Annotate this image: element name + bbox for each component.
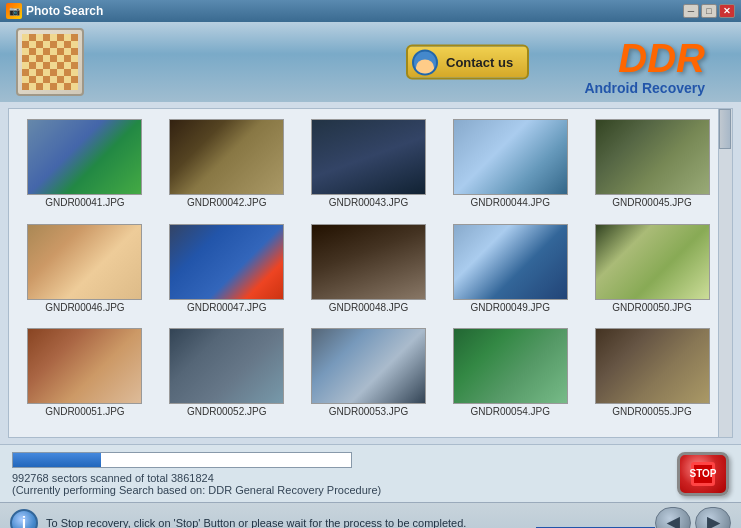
photo-label: GNDR00051.JPG — [45, 406, 124, 417]
photo-thumbnail — [169, 224, 284, 300]
footer: i To Stop recovery, click on 'Stop' Butt… — [0, 502, 741, 528]
title-bar-left: 📷 Photo Search — [6, 3, 103, 19]
brand-block: DDR Android Recovery — [584, 38, 705, 96]
photo-thumbnail — [27, 328, 142, 404]
photo-thumbnail — [595, 328, 710, 404]
close-button[interactable]: ✕ — [719, 4, 735, 18]
photo-thumbnail — [453, 119, 568, 195]
scrollbar-track[interactable] — [718, 109, 732, 437]
photo-label: GNDR00043.JPG — [329, 197, 408, 208]
progress-info: 992768 sectors scanned of total 3861824 … — [12, 452, 667, 496]
info-icon: i — [10, 509, 38, 529]
photo-label: GNDR00046.JPG — [45, 302, 124, 313]
stop-label: STOP — [689, 468, 716, 479]
contact-wrapper: Contact us — [406, 45, 529, 80]
photo-thumbnail — [311, 328, 426, 404]
title-bar: 📷 Photo Search ─ □ ✕ — [0, 0, 741, 22]
photo-thumbnail — [453, 328, 568, 404]
stop-icon: STOP — [691, 462, 715, 486]
maximize-button[interactable]: □ — [701, 4, 717, 18]
app-logo — [16, 28, 84, 96]
photo-item[interactable]: GNDR00047.JPG — [159, 224, 295, 323]
photo-item[interactable]: GNDR00052.JPG — [159, 328, 295, 427]
photo-thumbnail — [27, 119, 142, 195]
window-controls: ─ □ ✕ — [683, 4, 735, 18]
photo-label: GNDR00050.JPG — [612, 302, 691, 313]
logo-checkerboard-icon — [22, 34, 78, 90]
photo-item[interactable]: GNDR00050.JPG — [584, 224, 720, 323]
header-inner: Contact us DDR Android Recovery — [16, 28, 725, 96]
photo-item[interactable]: GNDR00043.JPG — [301, 119, 437, 218]
photo-thumbnail — [311, 119, 426, 195]
contact-person-icon — [412, 49, 438, 75]
photo-item[interactable]: GNDR00044.JPG — [442, 119, 578, 218]
prev-button[interactable]: ◀ — [655, 507, 691, 529]
progress-status-text: (Currently performing Search based on: D… — [12, 484, 667, 496]
photo-thumbnail — [169, 119, 284, 195]
contact-us-button[interactable]: Contact us — [406, 45, 529, 80]
photo-thumbnail — [595, 119, 710, 195]
brand-subtitle: Android Recovery — [584, 80, 705, 96]
photo-label: GNDR00049.JPG — [471, 302, 550, 313]
photo-label: GNDR00048.JPG — [329, 302, 408, 313]
photo-thumbnail — [595, 224, 710, 300]
photo-label: GNDR00054.JPG — [471, 406, 550, 417]
photo-label: GNDR00042.JPG — [187, 197, 266, 208]
photo-item[interactable]: GNDR00042.JPG — [159, 119, 295, 218]
footer-nav: ◀ ▶ — [655, 507, 731, 529]
progress-bar-fill — [13, 453, 101, 467]
photo-label: GNDR00044.JPG — [471, 197, 550, 208]
photo-item[interactable]: GNDR00053.JPG — [301, 328, 437, 427]
next-button[interactable]: ▶ — [695, 507, 731, 529]
photo-thumbnail — [169, 328, 284, 404]
photo-thumbnail — [27, 224, 142, 300]
photo-label: GNDR00041.JPG — [45, 197, 124, 208]
photo-label: GNDR00052.JPG — [187, 406, 266, 417]
scrollbar-thumb[interactable] — [719, 109, 731, 149]
window-title: Photo Search — [26, 4, 103, 18]
contact-label: Contact us — [446, 55, 513, 70]
photo-label: GNDR00055.JPG — [612, 406, 691, 417]
stop-button[interactable]: STOP — [677, 452, 729, 496]
photo-label: GNDR00053.JPG — [329, 406, 408, 417]
progress-area: 992768 sectors scanned of total 3861824 … — [0, 444, 741, 502]
app-icon: 📷 — [6, 3, 22, 19]
main-content: GNDR00041.JPGGNDR00042.JPGGNDR00043.JPGG… — [8, 108, 733, 438]
photo-item[interactable]: GNDR00045.JPG — [584, 119, 720, 218]
photo-thumbnail — [311, 224, 426, 300]
minimize-button[interactable]: ─ — [683, 4, 699, 18]
photo-item[interactable]: GNDR00054.JPG — [442, 328, 578, 427]
photo-label: GNDR00045.JPG — [612, 197, 691, 208]
photo-item[interactable]: GNDR00048.JPG — [301, 224, 437, 323]
brand-title: DDR — [584, 38, 705, 78]
photo-item[interactable]: GNDR00055.JPG — [584, 328, 720, 427]
photo-grid: GNDR00041.JPGGNDR00042.JPGGNDR00043.JPGG… — [9, 109, 732, 437]
photo-item[interactable]: GNDR00049.JPG — [442, 224, 578, 323]
progress-bar-container — [12, 452, 352, 468]
photo-item[interactable]: GNDR00041.JPG — [17, 119, 153, 218]
photo-label: GNDR00047.JPG — [187, 302, 266, 313]
header: Contact us DDR Android Recovery — [0, 22, 741, 102]
person-body — [416, 59, 434, 75]
photo-thumbnail — [453, 224, 568, 300]
progress-sectors-text: 992768 sectors scanned of total 3861824 — [12, 472, 667, 484]
photo-item[interactable]: GNDR00046.JPG — [17, 224, 153, 323]
photo-item[interactable]: GNDR00051.JPG — [17, 328, 153, 427]
